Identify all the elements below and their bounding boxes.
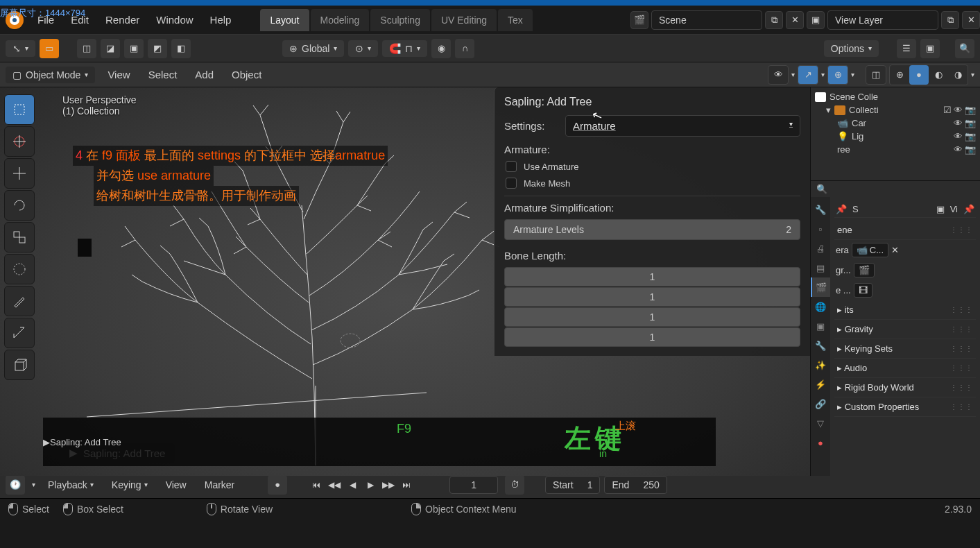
shading-matpreview-icon[interactable]: ◐ xyxy=(929,65,948,85)
prop-tab-scene[interactable]: 🎬 xyxy=(811,277,830,297)
timeline-marker[interactable]: Marker xyxy=(199,477,241,493)
cursor-tool-dropdown[interactable]: ⤡▾ xyxy=(6,40,35,57)
viewlayer-close-icon[interactable]: ✕ xyxy=(962,11,980,29)
chevron-down-icon[interactable]: ▾ xyxy=(791,71,795,78)
make-mesh-checkbox[interactable] xyxy=(506,178,517,189)
eye-icon[interactable]: 👁 xyxy=(954,118,963,128)
tab-tex[interactable]: Tex xyxy=(498,9,533,31)
shading-rendered-icon[interactable]: ◑ xyxy=(948,65,968,85)
prop-tab-material[interactable]: ● xyxy=(811,433,830,452)
camera-selector[interactable]: 📹C... xyxy=(852,243,888,257)
chevron-down-icon[interactable]: ▾ xyxy=(851,71,854,78)
prop-tab-constraint[interactable]: 🔗 xyxy=(811,394,830,413)
start-frame-field[interactable]: Start1 xyxy=(545,476,600,494)
armature-levels-field[interactable]: Armature Levels 2 xyxy=(504,219,800,240)
make-mesh-row[interactable]: Make Mesh xyxy=(504,178,800,189)
prop-panel-rigid[interactable]: ▸ Rigid Body World⋮⋮⋮ xyxy=(834,378,976,397)
overlays-icon[interactable]: ⊕ xyxy=(827,65,848,85)
play-reverse-icon[interactable]: ◀ xyxy=(344,477,361,493)
use-armature-row[interactable]: Use Armature xyxy=(504,161,800,172)
timeline-editor-icon[interactable]: 🕐 xyxy=(6,475,25,495)
preview-range-icon[interactable]: ⏱ xyxy=(505,475,524,495)
play-icon[interactable]: ▶ xyxy=(362,477,379,493)
current-frame-field[interactable]: 1 xyxy=(449,476,498,494)
prop-panel-gravity[interactable]: ▸ Gravity⋮⋮⋮ xyxy=(834,320,976,339)
prop-tab-particle[interactable]: ✨ xyxy=(811,355,830,375)
outliner-item-tree[interactable]: ree 👁📷 xyxy=(811,143,980,156)
menu-window[interactable]: Window xyxy=(148,10,201,30)
prop-tab-tool[interactable]: 🔧 xyxy=(811,200,830,219)
outliner-scene-collection[interactable]: Scene Colle xyxy=(811,90,980,103)
viewlayer-browse-icon[interactable]: ▣ xyxy=(807,11,825,29)
prop-falloff-icon[interactable]: ∩ xyxy=(455,39,474,58)
tool-measure[interactable] xyxy=(4,318,35,348)
options-dropdown[interactable]: Options▾ xyxy=(824,40,879,57)
bg-selector[interactable]: 🎬 xyxy=(854,263,875,277)
bone-length-1[interactable]: 1 xyxy=(504,287,800,307)
tool-add-cube[interactable] xyxy=(4,350,35,380)
jump-start-icon[interactable]: ⏮ xyxy=(308,477,325,493)
tool-rotate[interactable] xyxy=(4,190,35,221)
tool-cursor[interactable] xyxy=(4,126,35,157)
outliner-filter-icon[interactable]: 🔍 xyxy=(955,39,974,58)
prop-tab-world[interactable]: 🌐 xyxy=(811,297,830,316)
eye-icon[interactable]: 👁 xyxy=(954,105,963,115)
select-all-icon[interactable]: ◫ xyxy=(77,39,96,58)
eye-icon[interactable]: 👁 xyxy=(954,131,963,142)
tab-modeling[interactable]: Modeling xyxy=(311,9,370,31)
tab-uv-editing[interactable]: UV Editing xyxy=(431,9,497,31)
outliner-collection[interactable]: ▾ Collecti ☑👁📷 xyxy=(811,103,980,117)
chevron-down-icon[interactable]: ▾ xyxy=(971,71,974,78)
pin2-icon[interactable]: 📌 xyxy=(963,204,974,214)
select-intersect-icon[interactable]: ◩ xyxy=(148,39,167,58)
shading-wireframe-icon[interactable]: ⊕ xyxy=(890,65,909,85)
bone-length-2[interactable]: 1 xyxy=(504,307,800,327)
outliner-item-camera[interactable]: 📹Car 👁📷 xyxy=(811,117,980,130)
prop-row-scene[interactable]: ene⋮⋮⋮ xyxy=(834,221,976,240)
chevron-down-icon[interactable]: ▾ xyxy=(32,481,35,488)
outliner-item-light[interactable]: 💡Lig 👁📷 xyxy=(811,130,980,143)
bone-length-0[interactable]: 1 xyxy=(504,267,800,286)
select-none-icon[interactable]: ▣ xyxy=(124,39,144,58)
camera-restrict-icon[interactable]: 📷 xyxy=(965,118,976,128)
scene-close-icon[interactable]: ✕ xyxy=(786,11,804,29)
camera-restrict-icon[interactable]: 📷 xyxy=(965,131,976,142)
bone-length-3[interactable]: 1 xyxy=(504,327,800,347)
proportional-edit-icon[interactable]: ◉ xyxy=(431,39,451,58)
scene-name-input[interactable]: Scene xyxy=(651,10,762,30)
shading-solid-icon[interactable]: ● xyxy=(909,65,929,85)
tool-select[interactable] xyxy=(4,94,35,125)
prop-panel-keying[interactable]: ▸ Keying Sets⋮⋮⋮ xyxy=(834,339,976,359)
jump-end-icon[interactable]: ⏭ xyxy=(398,477,415,493)
chevron-down-icon[interactable]: ▾ xyxy=(826,105,831,115)
pivot-dropdown[interactable]: ⊙▾ xyxy=(348,40,378,57)
snap-dropdown[interactable]: 🧲⊓▾ xyxy=(382,40,427,57)
search-icon[interactable]: 🔍 xyxy=(816,184,827,194)
tool-scale[interactable] xyxy=(4,222,35,252)
close-icon[interactable]: ✕ xyxy=(891,245,899,255)
end-frame-field[interactable]: End250 xyxy=(604,476,667,494)
tab-sculpting[interactable]: Sculpting xyxy=(370,9,430,31)
outliner-display-icon[interactable]: ☰ xyxy=(897,39,916,58)
transform-orientation[interactable]: ⊛Global▾ xyxy=(282,40,344,57)
3d-viewport[interactable]: User Perspective (1) Collection 4 在 f9 面… xyxy=(0,87,810,476)
use-armature-checkbox[interactable] xyxy=(506,161,517,172)
xray-icon[interactable]: ◫ xyxy=(866,65,886,85)
playback-dropdown[interactable]: Playback▾ xyxy=(42,477,99,493)
scene-browse-icon[interactable]: 🎬 xyxy=(630,11,648,29)
menu-render[interactable]: Render xyxy=(97,10,148,30)
select-subtract-icon[interactable]: ◧ xyxy=(171,39,191,58)
select-box-tool-icon[interactable]: ▭ xyxy=(40,39,59,58)
scene-add-icon[interactable]: ⧉ xyxy=(765,11,783,29)
timeline-view[interactable]: View xyxy=(160,477,192,493)
jump-next-key-icon[interactable]: ▶▶ xyxy=(380,477,397,493)
eye-icon[interactable]: 👁 xyxy=(954,144,963,155)
prop-panel-units[interactable]: ▸ its⋮⋮⋮ xyxy=(834,300,976,320)
visibility-icon[interactable]: 👁 xyxy=(768,65,789,85)
prop-tab-object[interactable]: ▣ xyxy=(811,316,830,336)
outliner-viewlayer-icon[interactable]: ▣ xyxy=(920,39,940,58)
tab-layout[interactable]: Layout xyxy=(260,9,309,31)
auto-keying-icon[interactable]: ● xyxy=(268,475,287,495)
prop-tab-output[interactable]: 🖨 xyxy=(811,239,830,258)
chevron-down-icon[interactable]: ▾ xyxy=(821,71,825,78)
